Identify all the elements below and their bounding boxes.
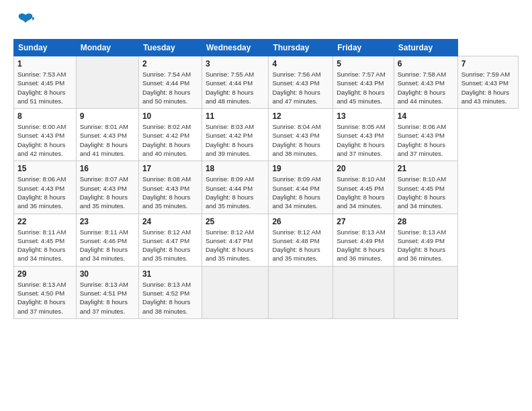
day-header-wednesday: Wednesday [202, 40, 269, 56]
calendar-week-0: 1Sunrise: 7:53 AMSunset: 4:45 PMDaylight… [14, 56, 519, 109]
calendar-day-w1-6: 14Sunrise: 8:06 AMSunset: 4:43 PMDayligh… [394, 109, 457, 161]
calendar-day-1: 1Sunrise: 7:53 AMSunset: 4:45 PMDaylight… [14, 56, 77, 109]
calendar-day-w1-0: 8Sunrise: 8:00 AMSunset: 4:43 PMDaylight… [14, 109, 77, 161]
day-header-monday: Monday [76, 40, 138, 56]
day-header-saturday: Saturday [394, 40, 457, 56]
calendar-day-w3-0: 22Sunrise: 8:11 AMSunset: 4:45 PMDayligh… [14, 214, 77, 266]
calendar-day-w1-2: 10Sunrise: 8:02 AMSunset: 4:42 PMDayligh… [138, 109, 202, 161]
day-header-sunday: Sunday [14, 40, 77, 56]
calendar-header-row: SundayMondayTuesdayWednesdayThursdayFrid… [14, 40, 519, 56]
calendar-day-w2-3: 18Sunrise: 8:09 AMSunset: 4:44 PMDayligh… [202, 161, 269, 214]
calendar-day-w1-1: 9Sunrise: 8:01 AMSunset: 4:43 PMDaylight… [76, 109, 138, 161]
header [13, 11, 519, 32]
calendar-day-w3-5: 27Sunrise: 8:13 AMSunset: 4:49 PMDayligh… [333, 214, 394, 266]
calendar-day-w0-6: 7Sunrise: 7:59 AMSunset: 4:43 PMDaylight… [457, 56, 518, 109]
day-header-thursday: Thursday [269, 40, 333, 56]
calendar-day-w2-1: 16Sunrise: 8:07 AMSunset: 4:43 PMDayligh… [76, 161, 138, 214]
calendar-week-1: 8Sunrise: 8:00 AMSunset: 4:43 PMDaylight… [14, 109, 519, 161]
calendar-day-w4-3 [202, 266, 269, 318]
page: SundayMondayTuesdayWednesdayThursdayFrid… [0, 0, 532, 411]
calendar-day-w2-0: 15Sunrise: 8:06 AMSunset: 4:43 PMDayligh… [14, 161, 77, 214]
calendar-day-w3-2: 24Sunrise: 8:12 AMSunset: 4:47 PMDayligh… [138, 214, 202, 266]
calendar-day-w3-6: 28Sunrise: 8:13 AMSunset: 4:49 PMDayligh… [394, 214, 457, 266]
calendar-table: SundayMondayTuesdayWednesdayThursdayFrid… [13, 39, 519, 319]
calendar-day-w2-2: 17Sunrise: 8:08 AMSunset: 4:43 PMDayligh… [138, 161, 202, 214]
calendar-day-w4-4 [269, 266, 333, 318]
calendar-day-w0-0 [76, 56, 138, 109]
calendar-week-4: 29Sunrise: 8:13 AMSunset: 4:50 PMDayligh… [14, 266, 519, 318]
calendar-day-w1-3: 11Sunrise: 8:03 AMSunset: 4:42 PMDayligh… [202, 109, 269, 161]
calendar-day-w0-1: 2Sunrise: 7:54 AMSunset: 4:44 PMDaylight… [138, 56, 202, 109]
day-header-tuesday: Tuesday [138, 40, 202, 56]
calendar-day-w3-4: 26Sunrise: 8:12 AMSunset: 4:48 PMDayligh… [269, 214, 333, 266]
calendar-day-w4-2: 31Sunrise: 8:13 AMSunset: 4:52 PMDayligh… [138, 266, 202, 318]
calendar-day-w4-0: 29Sunrise: 8:13 AMSunset: 4:50 PMDayligh… [14, 266, 77, 318]
logo-bird-icon [16, 11, 35, 32]
calendar-day-w0-2: 3Sunrise: 7:55 AMSunset: 4:44 PMDaylight… [202, 56, 269, 109]
calendar-week-3: 22Sunrise: 8:11 AMSunset: 4:45 PMDayligh… [14, 214, 519, 266]
calendar-day-w4-5 [333, 266, 394, 318]
calendar-day-w4-6 [394, 266, 457, 318]
calendar-day-w0-5: 6Sunrise: 7:58 AMSunset: 4:43 PMDaylight… [394, 56, 457, 109]
calendar-day-w1-5: 13Sunrise: 8:05 AMSunset: 4:43 PMDayligh… [333, 109, 394, 161]
calendar-day-w2-6: 21Sunrise: 8:10 AMSunset: 4:45 PMDayligh… [394, 161, 457, 214]
calendar-day-w3-1: 23Sunrise: 8:11 AMSunset: 4:46 PMDayligh… [76, 214, 138, 266]
day-header-friday: Friday [333, 40, 394, 56]
calendar-week-2: 15Sunrise: 8:06 AMSunset: 4:43 PMDayligh… [14, 161, 519, 214]
calendar-day-w3-3: 25Sunrise: 8:12 AMSunset: 4:47 PMDayligh… [202, 214, 269, 266]
calendar-day-w2-4: 19Sunrise: 8:09 AMSunset: 4:44 PMDayligh… [269, 161, 333, 214]
calendar-day-w0-4: 5Sunrise: 7:57 AMSunset: 4:43 PMDaylight… [333, 56, 394, 109]
logo [13, 11, 35, 32]
calendar-day-w1-4: 12Sunrise: 8:04 AMSunset: 4:43 PMDayligh… [269, 109, 333, 161]
calendar-day-w0-3: 4Sunrise: 7:56 AMSunset: 4:43 PMDaylight… [269, 56, 333, 109]
calendar-day-w4-1: 30Sunrise: 8:13 AMSunset: 4:51 PMDayligh… [76, 266, 138, 318]
calendar-day-w2-5: 20Sunrise: 8:10 AMSunset: 4:45 PMDayligh… [333, 161, 394, 214]
